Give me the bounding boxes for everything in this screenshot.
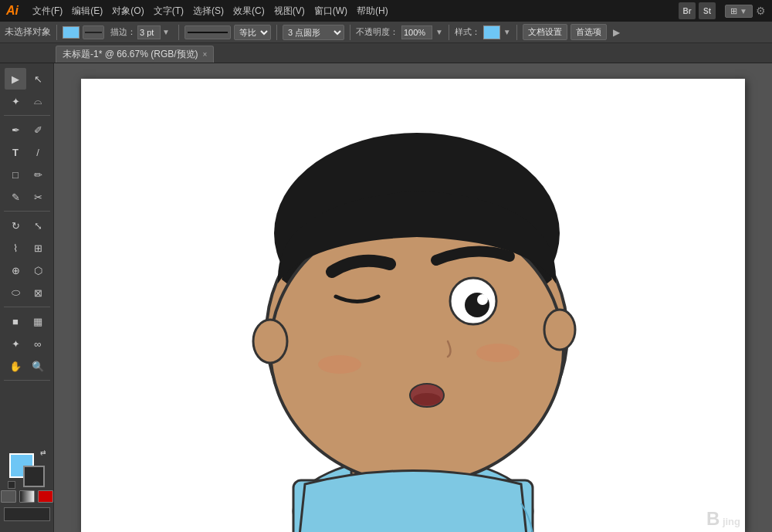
watermark: B jing: [706, 508, 740, 530]
document-tab[interactable]: 未标题-1* @ 66.67% (RGB/预览) ×: [56, 46, 214, 63]
chart-tool[interactable]: ▦: [27, 310, 49, 332]
magic-wand-tool[interactable]: ✦: [5, 90, 26, 112]
shape-select[interactable]: 3 点圆形: [283, 25, 344, 40]
stroke-value-input[interactable]: [137, 25, 161, 39]
perspective-tool[interactable]: ⬭: [5, 282, 26, 303]
fill-color-swatch[interactable]: [63, 26, 80, 39]
menu-file[interactable]: 文件(F): [28, 5, 67, 18]
tool-row-10: ⬭ ⊠: [5, 282, 49, 303]
menu-type[interactable]: 文字(T): [149, 5, 188, 18]
svg-point-9: [477, 294, 488, 305]
blend-tool[interactable]: ∞: [27, 333, 49, 354]
doc-setup-button[interactable]: 文档设置: [523, 24, 567, 40]
tool-row-13: ✋ 🔍: [5, 355, 49, 377]
curvature-tool[interactable]: ✐: [27, 119, 49, 141]
character-svg: [220, 79, 606, 532]
arrange-btn[interactable]: ⊞ ▼: [725, 5, 753, 18]
eyedropper-tool[interactable]: ✦: [5, 333, 26, 354]
prefs-button[interactable]: 首选项: [571, 24, 607, 40]
stroke-arrow: ▼: [162, 28, 170, 36]
line-style-icon[interactable]: [185, 25, 231, 39]
stroke-color[interactable]: [23, 466, 45, 487]
menu-help[interactable]: 帮助(H): [352, 5, 393, 18]
ai-logo: Ai: [6, 4, 19, 18]
free-transform-tool[interactable]: ⊞: [27, 237, 49, 259]
menu-view[interactable]: 视图(V): [269, 5, 310, 18]
divider-4: [350, 25, 350, 40]
opacity-label: 不透明度：: [356, 26, 398, 38]
mesh-tool[interactable]: ⊠: [27, 282, 49, 303]
style-label: 样式：: [455, 26, 480, 38]
options-icon[interactable]: ⚙: [756, 5, 766, 17]
no-select-label: 未选择对象: [5, 25, 51, 39]
tool-row-4: T /: [5, 141, 49, 163]
color-squares: ⇄: [9, 453, 45, 487]
svg-point-13: [476, 344, 520, 362]
stroke-label: 描边：: [110, 26, 136, 38]
tool-divider-2: [4, 211, 50, 212]
line-segment-tool[interactable]: /: [27, 141, 49, 163]
menu-edit[interactable]: 编辑(E): [67, 5, 107, 18]
gradient-mode-btn[interactable]: [19, 490, 35, 503]
left-toolbar: ▶ ↖ ✦ ⌓ ✒ ✐ T / □ ✏ ✎ ✂ ↻ ⤡ ⌇: [0, 63, 54, 532]
warp-tool[interactable]: ⌇: [5, 237, 26, 259]
scale-tool[interactable]: ⤡: [27, 215, 49, 236]
stock-icon[interactable]: St: [699, 2, 716, 19]
selection-tool[interactable]: ▶: [5, 68, 26, 90]
hand-tool[interactable]: ✋: [5, 355, 26, 377]
color-mode-btn[interactable]: [1, 490, 16, 503]
canvas-area[interactable]: B jing: [54, 63, 772, 532]
type-tool[interactable]: T: [5, 141, 26, 163]
tool-row-5: □ ✏: [5, 164, 49, 185]
tool-row-8: ⌇ ⊞: [5, 237, 49, 259]
tool-row-12: ✦ ∞: [5, 333, 49, 354]
swap-colors-btn[interactable]: ⇄: [40, 449, 46, 456]
svg-point-14: [253, 320, 287, 363]
style-arrow: ▼: [503, 28, 511, 36]
tab-label: 未标题-1* @ 66.67% (RGB/预览): [63, 48, 198, 61]
zoom-tool[interactable]: 🔍: [27, 355, 49, 377]
svg-point-12: [318, 355, 361, 374]
gradient-tool[interactable]: ■: [5, 310, 26, 332]
tool-divider-1: [4, 115, 50, 116]
pencil-tool[interactable]: ✎: [5, 186, 26, 208]
rectangle-tool[interactable]: □: [5, 164, 26, 185]
none-mode-btn[interactable]: [38, 490, 53, 503]
proportion-select[interactable]: 等比: [234, 25, 271, 40]
menu-select[interactable]: 选择(S): [188, 5, 229, 18]
live-paint-tool[interactable]: ⬡: [27, 259, 49, 281]
tool-row-3: ✒ ✐: [5, 119, 49, 141]
stroke-dropdown[interactable]: 描边： ▼: [107, 24, 173, 41]
divider-6: [516, 25, 517, 40]
stroke-box: [83, 25, 104, 39]
color-mode-row: [1, 490, 53, 503]
stroke-icon[interactable]: [83, 25, 104, 39]
paintbrush-tool[interactable]: ✏: [27, 164, 49, 185]
menu-effect[interactable]: 效果(C): [229, 5, 269, 18]
color-area: ⇄: [1, 453, 53, 527]
bridge-icon[interactable]: Br: [679, 2, 696, 19]
shape-builder-tool[interactable]: ⊕: [5, 259, 26, 281]
menu-object[interactable]: 对象(O): [107, 5, 148, 18]
rotate-tool[interactable]: ↻: [5, 215, 26, 236]
pen-tool[interactable]: ✒: [5, 119, 26, 141]
svg-point-11: [413, 393, 441, 405]
stroke-line: [85, 32, 102, 33]
artboard-btn[interactable]: [4, 507, 50, 521]
main-area: ▶ ↖ ✦ ⌓ ✒ ✐ T / □ ✏ ✎ ✂ ↻ ⤡ ⌇: [0, 63, 772, 532]
title-bar: Ai 文件(F) 编辑(E) 对象(O) 文字(T) 选择(S) 效果(C) 视…: [0, 0, 772, 22]
opacity-arrow: ▼: [435, 28, 443, 36]
svg-point-15: [544, 310, 575, 350]
default-colors-btn[interactable]: [8, 481, 15, 489]
style-swatch[interactable]: [483, 25, 500, 39]
tool-divider-3: [4, 307, 50, 307]
direct-selection-tool[interactable]: ↖: [27, 68, 49, 90]
lasso-tool[interactable]: ⌓: [27, 90, 49, 112]
tool-row-1: ▶ ↖: [5, 68, 49, 90]
eraser-tool[interactable]: ✂: [27, 186, 49, 208]
tab-close-btn[interactable]: ×: [203, 50, 208, 59]
opacity-input[interactable]: [401, 25, 432, 39]
menu-window[interactable]: 窗口(W): [310, 5, 352, 18]
toolbar-options-btn[interactable]: ▶: [613, 27, 620, 38]
divider-1: [56, 25, 57, 40]
